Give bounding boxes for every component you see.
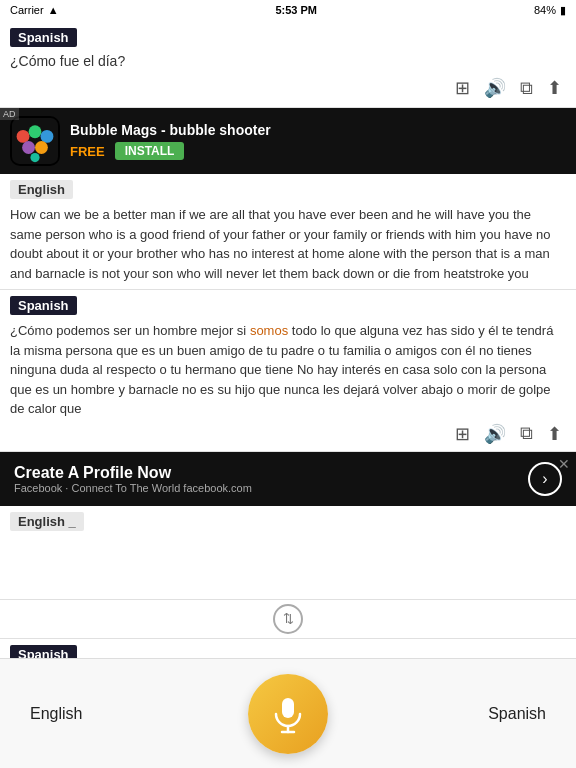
svg-point-3 [41,130,54,143]
filter-icon-2[interactable]: ⊞ [455,423,470,445]
speaker-icon[interactable]: 🔊 [484,77,506,99]
bottom-bar: English Spanish [0,658,576,768]
english-label: English [10,180,73,199]
bottom-spanish-label[interactable]: Spanish [488,705,546,723]
profile-banner-arrow[interactable]: › [528,462,562,496]
battery-icon: ▮ [560,4,566,17]
svg-point-1 [17,130,30,143]
swap-row: ⇅ [0,600,576,639]
top-spanish-label: Spanish [10,28,77,47]
battery-label: 84% [534,4,556,16]
spanish-text-highlight: somos [250,323,288,338]
ad-banner[interactable]: AD Bubble Mags - bubble shooter FREE INS… [0,108,576,174]
spanish-output-label: Spanish [10,645,77,659]
top-toolbar: ⊞ 🔊 ⧉ ⬆ [10,73,566,101]
ad-label: AD [0,108,19,120]
english-input-label: English _ [10,512,84,531]
carrier-label: Carrier [10,4,44,16]
ad-title: Bubble Mags - bubble shooter [70,122,566,138]
speaker-icon-2[interactable]: 🔊 [484,423,506,445]
top-spanish-text: ¿Cómo fue el día? [10,53,566,69]
spanish-label-2: Spanish [10,296,77,315]
status-time: 5:53 PM [275,4,317,16]
copy-icon[interactable]: ⧉ [520,78,533,99]
english-input-section: English _ [0,506,576,600]
svg-point-2 [29,125,42,138]
wifi-icon: ▲ [48,4,59,16]
status-right: 84% ▮ [534,4,566,17]
profile-banner-close[interactable]: ✕ [558,456,570,472]
main-content: Spanish ¿Cómo fue el día? ⊞ 🔊 ⧉ ⬆ AD Bub… [0,20,576,658]
mic-icon [268,694,308,734]
ad-app-icon [10,116,60,166]
status-left: Carrier ▲ [10,4,59,16]
english-input-area[interactable] [10,535,566,595]
mic-button[interactable] [248,674,328,754]
spanish-output-section: Spanish [0,639,576,659]
swap-button[interactable]: ⇅ [273,604,303,634]
share-icon[interactable]: ⬆ [547,77,562,99]
spanish-section-2: Spanish ¿Cómo podemos ser un hombre mejo… [0,290,576,452]
profile-banner-subtitle: Facebook · Connect To The World facebook… [14,482,252,494]
profile-banner[interactable]: Create A Profile Now Facebook · Connect … [0,452,576,506]
english-text: How can we be a better man if we are all… [10,205,566,283]
status-bar: Carrier ▲ 5:53 PM 84% ▮ [0,0,576,20]
ad-install-button[interactable]: INSTALL [115,142,185,160]
spanish-text-before: ¿Cómo podemos ser un hombre mejor si [10,323,250,338]
svg-point-4 [22,141,35,154]
profile-banner-text: Create A Profile Now Facebook · Connect … [14,464,252,494]
bottom-english-label[interactable]: English [30,705,82,723]
english-section: English How can we be a better man if we… [0,174,576,290]
filter-icon[interactable]: ⊞ [455,77,470,99]
svg-point-5 [35,141,48,154]
copy-icon-2[interactable]: ⧉ [520,423,533,444]
ad-text-block: Bubble Mags - bubble shooter FREE INSTAL… [70,122,566,160]
profile-banner-title: Create A Profile Now [14,464,252,482]
svg-rect-7 [282,698,294,718]
spanish-text-2: ¿Cómo podemos ser un hombre mejor si som… [10,321,566,419]
top-spanish-section: Spanish ¿Cómo fue el día? ⊞ 🔊 ⧉ ⬆ [0,20,576,108]
svg-point-6 [30,153,39,162]
spanish2-toolbar: ⊞ 🔊 ⧉ ⬆ [10,419,566,447]
share-icon-2[interactable]: ⬆ [547,423,562,445]
ad-free-label: FREE [70,144,105,159]
